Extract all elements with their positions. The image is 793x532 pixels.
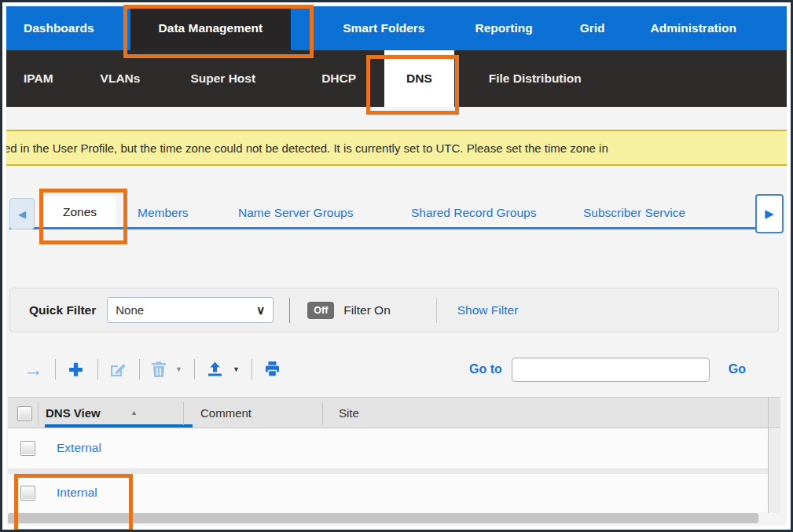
subnav-item-dns[interactable]: DNS xyxy=(384,50,454,107)
goto-label: Go to xyxy=(469,362,502,376)
nav-item-reporting[interactable]: Reporting xyxy=(467,6,540,50)
quick-filter-selected-value: None xyxy=(116,303,144,317)
tabs-scroll-right-button[interactable]: ▶ xyxy=(755,194,784,233)
table-row[interactable]: Internal xyxy=(8,474,780,512)
row-checkbox-internal[interactable] xyxy=(20,486,35,501)
tab-name-server-groups[interactable]: Name Server Groups xyxy=(238,198,353,227)
dns-view-link-internal[interactable]: Internal xyxy=(57,486,97,500)
warning-text: ed in the User Profile, but the time zon… xyxy=(6,141,608,155)
grid-toolbar: → ▼ ▼ Go to Go xyxy=(6,354,780,385)
tabstrip-underline xyxy=(9,227,780,229)
divider xyxy=(139,359,140,380)
tabs-scroll-left-button[interactable]: ◀ xyxy=(9,198,35,229)
add-icon[interactable] xyxy=(66,360,86,380)
column-header-comment[interactable]: Comment xyxy=(200,406,251,420)
nav-item-smart-folders[interactable]: Smart Folders xyxy=(335,6,432,50)
subnav-item-vlans[interactable]: VLANs xyxy=(93,50,149,107)
dns-view-link-external[interactable]: External xyxy=(57,441,101,455)
row-separator xyxy=(8,468,780,474)
sort-ascending-icon: ▲ xyxy=(130,409,138,416)
horizontal-scrollbar[interactable] xyxy=(8,513,758,523)
edit-icon[interactable] xyxy=(108,360,127,379)
subnav-item-dhcp[interactable]: DHCP xyxy=(314,50,364,107)
nav-item-dashboards[interactable]: Dashboards xyxy=(16,6,102,50)
table-row[interactable]: External xyxy=(8,429,780,468)
delete-menu-caret-icon[interactable]: ▼ xyxy=(175,365,182,373)
sorted-column-underline xyxy=(45,424,193,427)
tab-members[interactable]: Members xyxy=(138,198,189,227)
delete-icon[interactable] xyxy=(150,360,167,379)
column-header-dns-view[interactable]: DNS View xyxy=(46,406,101,420)
sub-navigation-bar: IPAM VLANs Super Host DHCP DNS File Dist… xyxy=(6,50,787,107)
tab-shared-record-groups[interactable]: Shared Record Groups xyxy=(411,198,536,227)
column-header-site[interactable]: Site xyxy=(339,406,359,420)
select-all-checkbox[interactable] xyxy=(17,406,32,421)
go-button[interactable]: Go xyxy=(729,362,746,376)
nav-item-grid[interactable]: Grid xyxy=(572,6,613,50)
left-arrow-icon: ◀ xyxy=(18,208,26,220)
chevron-down-icon: ∨ xyxy=(256,303,265,317)
goto-input[interactable] xyxy=(512,358,710,382)
main-navigation-bar: Dashboards Data Management Smart Folders… xyxy=(6,6,787,50)
subnav-item-file-distribution[interactable]: File Distribution xyxy=(481,50,589,107)
subnav-item-ipam[interactable]: IPAM xyxy=(16,50,61,107)
divider xyxy=(97,359,98,380)
divider xyxy=(55,359,56,380)
filter-on-label: Filter On xyxy=(343,303,390,317)
column-divider xyxy=(183,402,184,425)
scrollbar-gutter xyxy=(769,429,780,513)
show-filter-link[interactable]: Show Filter xyxy=(457,303,519,317)
tab-zones[interactable]: Zones xyxy=(43,196,116,227)
divider xyxy=(251,359,252,380)
filter-toggle-button[interactable]: Off xyxy=(307,302,334,319)
export-menu-caret-icon[interactable]: ▼ xyxy=(233,365,240,373)
nav-item-administration[interactable]: Administration xyxy=(643,6,744,50)
divider xyxy=(194,359,195,380)
divider xyxy=(436,298,437,323)
tab-subscriber-services[interactable]: Subscriber Service xyxy=(583,198,756,227)
timezone-warning-banner: ed in the User Profile, but the time zon… xyxy=(6,130,787,166)
row-checkbox-external[interactable] xyxy=(20,441,35,456)
print-icon[interactable] xyxy=(262,360,282,379)
table-header: DNS View ▲ Comment Site xyxy=(8,397,780,428)
right-arrow-icon: ▶ xyxy=(765,207,774,221)
column-divider xyxy=(322,402,323,425)
divider xyxy=(289,298,290,323)
nav-item-data-management[interactable]: Data Management xyxy=(130,6,292,50)
column-divider xyxy=(38,402,39,425)
export-icon[interactable] xyxy=(205,360,225,379)
quick-filter-label: Quick Filter xyxy=(29,303,96,317)
quick-filter-select[interactable]: None ∨ xyxy=(107,297,274,323)
open-arrow-icon[interactable]: → xyxy=(24,360,43,380)
quick-filter-panel: Quick Filter None ∨ Off Filter On Show F… xyxy=(9,288,779,332)
subnav-item-super-host[interactable]: Super Host xyxy=(182,50,263,107)
